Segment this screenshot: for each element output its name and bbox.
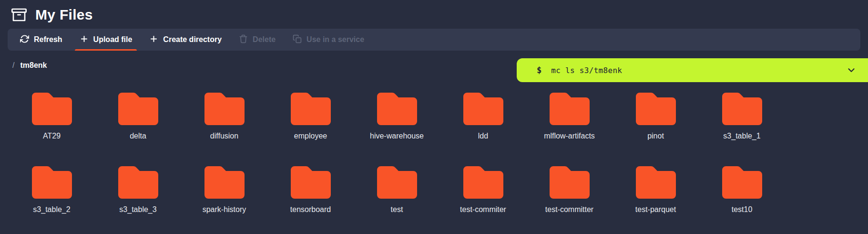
folder-name: spark-history: [203, 205, 246, 214]
upload-file-button-label: Upload file: [93, 35, 133, 44]
refresh-icon: [20, 34, 29, 45]
folder-name: s3_table_2: [33, 205, 70, 214]
folder-item[interactable]: hive-warehouse: [354, 92, 440, 140]
folder-icon: [289, 92, 333, 126]
folder-icon: [375, 165, 419, 200]
folder-name: AT29: [43, 132, 61, 140]
folder-name: delta: [130, 132, 146, 140]
folder-name: ldd: [478, 132, 488, 140]
folder-icon: [375, 92, 419, 126]
breadcrumb-separator: /: [12, 61, 14, 70]
folder-name: test-parquet: [635, 205, 676, 214]
folder-name: s3_table_1: [723, 132, 760, 140]
command-prompt: $: [537, 65, 541, 75]
folder-item[interactable]: mlflow-artifacts: [526, 92, 613, 140]
plus-icon: [80, 34, 89, 45]
folder-icon: [116, 165, 160, 200]
folder-name: diffusion: [210, 132, 238, 140]
folder-item[interactable]: test-parquet: [613, 165, 699, 214]
folder-name: employee: [294, 132, 327, 140]
folder-icon: [634, 165, 678, 200]
folder-item[interactable]: employee: [267, 92, 354, 140]
delete-button[interactable]: Delete: [230, 29, 284, 51]
create-directory-button[interactable]: Create directory: [141, 29, 230, 51]
trash-icon: [239, 34, 248, 45]
command-text: mc ls s3/tm8enk: [551, 66, 622, 75]
folder-item[interactable]: s3_table_2: [9, 165, 95, 214]
folder-icon: [461, 92, 505, 126]
refresh-button[interactable]: Refresh: [11, 29, 71, 51]
archive-icon: [11, 7, 27, 22]
folder-icon: [203, 92, 246, 126]
copy-icon: [293, 34, 302, 45]
delete-button-label: Delete: [253, 35, 276, 44]
folder-name: test10: [732, 205, 753, 214]
folder-name: test-commiter: [460, 205, 506, 214]
folder-icon: [548, 92, 592, 126]
folder-item[interactable]: diffusion: [181, 92, 267, 140]
page-header: My Files: [0, 0, 868, 29]
folder-icon: [461, 165, 505, 200]
folder-item[interactable]: test10: [699, 165, 785, 214]
folder-item[interactable]: s3_table_1: [699, 92, 785, 140]
folder-item[interactable]: ldd: [440, 92, 526, 140]
folder-icon: [30, 92, 74, 126]
page-title: My Files: [35, 7, 93, 23]
folder-item[interactable]: spark-history: [181, 165, 267, 214]
folder-name: mlflow-artifacts: [544, 132, 595, 140]
command-bar[interactable]: $ mc ls s3/tm8enk: [517, 58, 868, 82]
folder-icon: [289, 165, 333, 200]
plus-icon: [149, 34, 158, 45]
folder-item[interactable]: test: [354, 165, 440, 214]
create-directory-button-label: Create directory: [163, 35, 222, 44]
folder-name: s3_table_3: [119, 205, 156, 214]
toolbar: Refresh Upload file Create directory Del…: [8, 29, 860, 51]
folder-icon: [30, 165, 74, 200]
folder-name: pinot: [647, 132, 664, 140]
folder-icon: [203, 165, 246, 200]
folder-item[interactable]: pinot: [613, 92, 699, 140]
folder-icon: [720, 92, 764, 126]
breadcrumb-path[interactable]: tm8enk: [20, 61, 47, 70]
refresh-button-label: Refresh: [34, 35, 62, 44]
folder-icon: [116, 92, 160, 126]
folder-name: test-committer: [545, 205, 593, 214]
folder-icon: [634, 92, 678, 126]
chevron-down-icon[interactable]: [846, 65, 857, 75]
folder-item[interactable]: tensorboard: [267, 165, 354, 214]
folder-item[interactable]: delta: [95, 92, 181, 140]
use-in-service-button-label: Use in a service: [306, 35, 364, 44]
folder-icon: [720, 165, 764, 200]
use-in-service-button[interactable]: Use in a service: [284, 29, 373, 51]
folder-name: hive-warehouse: [370, 132, 424, 140]
folder-item[interactable]: test-commiter: [440, 165, 526, 214]
folder-name: tensorboard: [290, 205, 331, 214]
folder-name: test: [391, 205, 403, 214]
folder-grid: AT29 delta diffusion employee hive-wareh…: [9, 92, 868, 214]
upload-file-button[interactable]: Upload file: [71, 29, 141, 51]
folder-item[interactable]: test-committer: [526, 165, 613, 214]
folder-icon: [548, 165, 592, 200]
folder-item[interactable]: AT29: [9, 92, 95, 140]
folder-item[interactable]: s3_table_3: [95, 165, 181, 214]
